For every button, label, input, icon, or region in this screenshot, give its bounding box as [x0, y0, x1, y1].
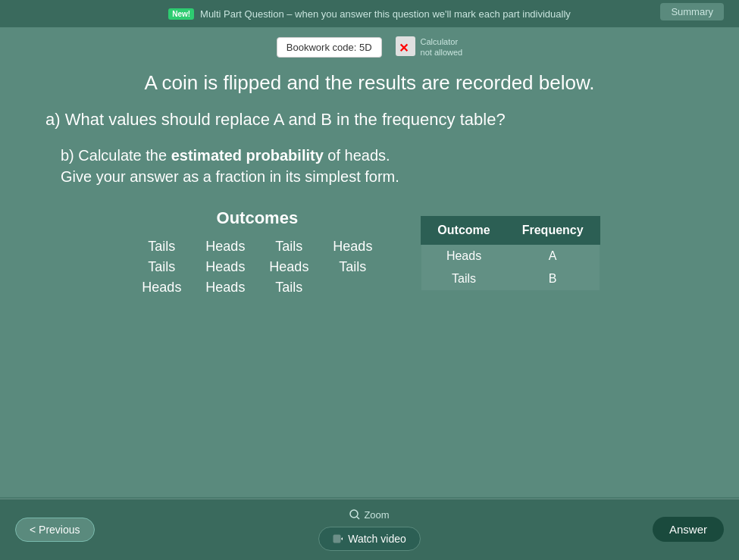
outcome-cell: Heads [202, 259, 248, 275]
frequency-table-container: Outcome Frequency Heads A Tails B [421, 208, 600, 290]
main-question: A coin is flipped and the results are re… [45, 70, 694, 96]
sub-question-b: b) Calculate the estimated probability o… [45, 145, 694, 187]
outcome-tails: Tails [421, 267, 506, 290]
col-frequency-header: Frequency [506, 217, 600, 244]
outcome-cell: Tails [266, 239, 312, 255]
calculator-info: ✕ Calculator not allowed [396, 36, 463, 58]
outcomes-title: Outcomes [139, 208, 375, 228]
sub-b-bold: estimated probability [171, 147, 324, 164]
frequency-b: B [506, 267, 600, 290]
outcomes-row-1: Tails Heads Tails Heads [139, 239, 375, 255]
sub-question-a: a) What values should replace A and B in… [45, 109, 694, 131]
frequency-table: Outcome Frequency Heads A Tails B [421, 216, 600, 290]
previous-button[interactable]: < Previous [15, 518, 95, 542]
zoom-icon [349, 509, 360, 520]
outcome-cell: Heads [266, 259, 312, 275]
outcome-cell: Tails [266, 280, 312, 296]
svg-rect-2 [333, 535, 340, 543]
video-icon [333, 533, 343, 544]
outcome-cell: Tails [330, 259, 375, 275]
sub-b-part2: of heads. [324, 147, 390, 164]
outcome-cell: Tails [139, 239, 184, 255]
outcomes-row-2: Tails Heads Heads Tails [139, 259, 375, 275]
outcome-heads: Heads [421, 244, 506, 267]
outcomes-row-3: Heads Heads Tails [139, 280, 375, 296]
bookwork-row: Bookwork code: 5D ✕ Calculator not allow… [45, 36, 694, 58]
watch-video-label: Watch video [348, 533, 406, 545]
watch-video-button[interactable]: Watch video [318, 527, 421, 551]
calculator-label: Calculator [421, 36, 463, 47]
outcome-cell: Heads [139, 280, 184, 296]
table-row: Tails B [421, 267, 599, 290]
sub-b-line2: Give your answer as a fraction in its si… [61, 168, 399, 185]
calculator-sublabel: not allowed [421, 47, 463, 58]
calculator-icon: ✕ [396, 36, 417, 58]
outcomes-section: Outcomes Tails Heads Tails Heads Tails H… [45, 208, 694, 296]
outcome-cell: Heads [202, 239, 248, 255]
bookwork-code: Bookwork code: 5D [277, 37, 382, 58]
multi-part-description: Multi Part Question – when you answer th… [200, 8, 571, 20]
answer-button[interactable]: Answer [653, 517, 724, 542]
top-bar: New! Multi Part Question – when you answ… [0, 0, 739, 27]
outcome-cell: Heads [202, 280, 248, 296]
outcomes-grid: Tails Heads Tails Heads Tails Heads Head… [139, 239, 375, 296]
col-outcome-header: Outcome [421, 217, 506, 244]
outcome-cell: Heads [330, 239, 375, 255]
frequency-a: A [506, 244, 600, 267]
table-row: Heads A [421, 244, 599, 267]
new-badge: New! [168, 8, 194, 20]
zoom-button[interactable]: Zoom [349, 509, 389, 521]
bottom-bar: < Previous Zoom Watch video Answer [0, 499, 739, 560]
zoom-label: Zoom [364, 509, 389, 521]
summary-button[interactable]: Summary [660, 3, 724, 20]
outcome-cell: Tails [139, 259, 184, 275]
svg-marker-3 [341, 537, 343, 540]
content-area: Bookwork code: 5D ✕ Calculator not allow… [0, 27, 739, 497]
outcomes-left: Outcomes Tails Heads Tails Heads Tails H… [139, 208, 375, 296]
outcome-cell [330, 280, 375, 296]
svg-point-0 [350, 510, 358, 518]
sub-b-part1: b) Calculate the [61, 147, 171, 164]
calculator-text: Calculator not allowed [421, 36, 463, 58]
svg-line-1 [357, 517, 359, 519]
x-mark-icon: ✕ [399, 42, 409, 55]
